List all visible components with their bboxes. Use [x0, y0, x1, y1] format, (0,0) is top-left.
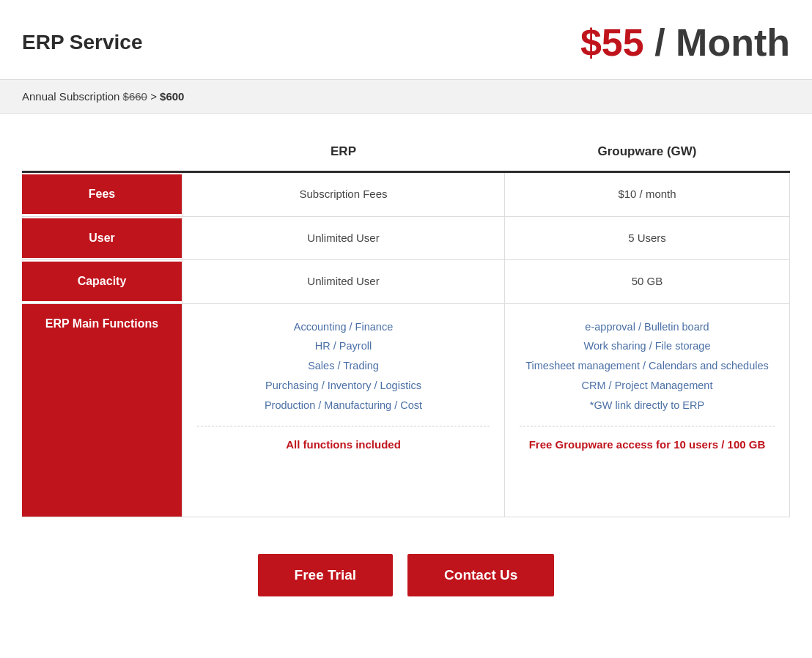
col-header-label [22, 136, 182, 172]
gw-highlight: Free Groupware access for 10 users / 100… [520, 426, 775, 454]
gw-user-cell: 5 Users [505, 217, 789, 260]
erp-capacity-cell: Unlimited User [182, 260, 504, 303]
gw-functions-cell: e-approval / Bulletin boardWork sharing … [505, 304, 789, 467]
table-row-fees: Fees Subscription Fees $10 / month [22, 172, 790, 217]
table-row-user: User Unlimited User 5 Users [22, 216, 790, 260]
gw-function-item: Work sharing / File storage [520, 336, 775, 356]
price-display: $55 / Month [580, 21, 790, 64]
erp-function-item: Accounting / Finance [197, 317, 490, 337]
old-price: $660 [123, 90, 147, 103]
gw-function-item: CRM / Project Management [520, 376, 775, 396]
erp-highlight: All functions included [197, 426, 490, 454]
erp-function-item: Purchasing / Inventory / Logistics [197, 376, 490, 396]
page-header: ERP Service $55 / Month [0, 0, 812, 80]
gw-function-item: *GW link directly to ERP [520, 396, 775, 415]
row-label-functions: ERP Main Functions [22, 304, 182, 517]
price-separator: > [150, 90, 160, 103]
gw-function-item: e-approval / Bulletin board [520, 317, 775, 337]
row-label-user: User [22, 218, 182, 258]
contact-us-button[interactable]: Contact Us [407, 554, 554, 596]
gw-capacity-cell: 50 GB [505, 260, 789, 303]
erp-function-item: Production / Manufacturing / Cost [197, 396, 490, 415]
row-label-capacity: Capacity [22, 262, 182, 301]
erp-function-item: HR / Payroll [197, 336, 490, 356]
erp-fees-cell: Subscription Fees [182, 173, 504, 216]
row-label-fees: Fees [22, 174, 182, 214]
table-row-capacity: Capacity Unlimited User 50 GB [22, 260, 790, 304]
annual-subscription-bar: Annual Subscription $660 > $600 [0, 80, 812, 114]
pricing-table: ERP Groupware (GW) Fees Subscription Fee… [22, 136, 790, 517]
new-price: $600 [160, 90, 184, 103]
col-header-gw: Groupware (GW) [505, 136, 790, 172]
annual-label: Annual Subscription [22, 90, 119, 103]
action-buttons: Free Trial Contact Us [0, 532, 812, 626]
erp-functions-cell: Accounting / FinanceHR / PayrollSales / … [182, 304, 504, 467]
erp-functions-list: Accounting / FinanceHR / PayrollSales / … [197, 317, 490, 415]
price-period: / Month [654, 21, 790, 64]
col-header-erp: ERP [182, 136, 505, 172]
page-title: ERP Service [22, 31, 143, 54]
table-row-functions: ERP Main Functions Accounting / FinanceH… [22, 303, 790, 517]
gw-functions-list: e-approval / Bulletin boardWork sharing … [520, 317, 775, 415]
gw-function-item: Timesheet management / Calendars and sch… [520, 356, 775, 376]
erp-user-cell: Unlimited User [182, 217, 504, 260]
price-amount: $55 [580, 21, 644, 64]
free-trial-button[interactable]: Free Trial [258, 554, 394, 596]
erp-function-item: Sales / Trading [197, 356, 490, 376]
pricing-table-section: ERP Groupware (GW) Fees Subscription Fee… [0, 114, 812, 532]
gw-fees-cell: $10 / month [505, 173, 789, 216]
